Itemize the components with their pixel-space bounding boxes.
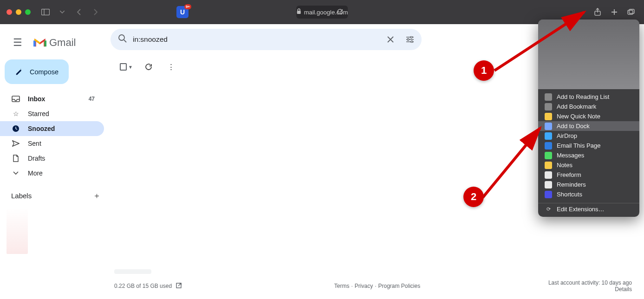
- storage-text: 0.22 GB of 15 GB used: [114, 283, 172, 289]
- address-bar[interactable]: mail.google.com: [296, 6, 348, 19]
- forward-button[interactable]: [89, 6, 102, 19]
- nav-inbox[interactable]: Inbox 47: [0, 91, 104, 106]
- nav-label: Snoozed: [28, 125, 55, 132]
- annotation-callout-2: 2: [463, 187, 484, 207]
- extension-letter: U: [180, 8, 185, 16]
- browser-right-controls: [591, 6, 637, 19]
- details-link[interactable]: Details: [615, 286, 632, 292]
- nav-label: Starred: [28, 110, 49, 117]
- svg-point-8: [119, 35, 124, 40]
- search-bar[interactable]: [111, 29, 422, 50]
- minimize-window-button[interactable]: [16, 9, 21, 15]
- maximize-window-button[interactable]: [25, 9, 31, 15]
- share-item-icon: [545, 132, 552, 140]
- nav-drafts[interactable]: Drafts: [0, 151, 104, 166]
- share-item-label: Freeform: [557, 171, 581, 178]
- pencil-icon: [15, 67, 23, 77]
- refresh-button[interactable]: [142, 60, 155, 73]
- gmail-brand-text: Gmail: [49, 37, 76, 49]
- privacy-link[interactable]: Privacy: [355, 283, 373, 289]
- nav-sent[interactable]: Sent: [0, 136, 104, 151]
- share-button[interactable]: [591, 6, 604, 19]
- inbox-count: 47: [89, 96, 95, 102]
- share-item-icon: [545, 171, 552, 179]
- share-item-new-quick-note[interactable]: New Quick Note: [538, 111, 639, 121]
- annotation-callout-1: 1: [474, 60, 494, 81]
- inbox-icon: [11, 96, 20, 102]
- star-icon: ☆: [11, 110, 20, 117]
- share-item-email-this-page[interactable]: Email This Page: [538, 141, 639, 150]
- share-preview-thumbnail: [538, 20, 639, 89]
- back-button[interactable]: [72, 6, 85, 19]
- select-all-checkbox[interactable]: ▼: [120, 60, 133, 73]
- tab-dropdown-button[interactable]: [56, 6, 69, 19]
- nav-label: Sent: [28, 140, 41, 147]
- svg-rect-0: [42, 9, 50, 15]
- nav-starred[interactable]: ☆ Starred: [0, 106, 104, 121]
- new-tab-button[interactable]: [608, 6, 621, 19]
- svg-rect-2: [297, 11, 300, 14]
- more-actions-button[interactable]: ⋮: [164, 60, 177, 73]
- compose-label: Compose: [30, 68, 59, 76]
- share-item-label: Add to Dock: [557, 123, 590, 130]
- share-item-reminders[interactable]: Reminders: [538, 180, 639, 189]
- safari-sidebar-button[interactable]: [39, 6, 52, 19]
- share-item-icon: [545, 181, 552, 188]
- labels-header: Labels ＋: [0, 181, 111, 205]
- share-item-add-to-reading-list[interactable]: Add to Reading List: [538, 92, 639, 102]
- share-item-label: Messages: [557, 152, 584, 159]
- nav-more[interactable]: More: [0, 166, 104, 181]
- share-item-notes[interactable]: Notes: [538, 160, 639, 170]
- share-menu-list: Add to Reading ListAdd BookmarkNew Quick…: [538, 89, 639, 202]
- lock-icon: [296, 8, 301, 16]
- share-item-label: Notes: [557, 162, 572, 169]
- add-label-button[interactable]: ＋: [90, 189, 103, 202]
- share-item-freeform[interactable]: Freeform: [538, 170, 639, 180]
- activity-text: Last account activity: 10 days ago: [548, 280, 632, 286]
- compose-button[interactable]: Compose: [5, 59, 69, 84]
- tab-overview-button[interactable]: [624, 6, 637, 19]
- gmail-logo[interactable]: Gmail: [33, 37, 76, 49]
- gmail-sidebar: ☰ Gmail Compose Inbox 47: [0, 24, 111, 299]
- edit-extensions-icon: ⟳: [545, 206, 552, 213]
- share-item-add-bookmark[interactable]: Add Bookmark: [538, 102, 639, 111]
- policies-link[interactable]: Program Policies: [378, 283, 421, 289]
- nav-snoozed[interactable]: Snoozed: [0, 121, 104, 136]
- labels-title: Labels: [11, 192, 32, 200]
- safari-share-menu: Add to Reading ListAdd BookmarkNew Quick…: [538, 20, 639, 217]
- share-item-label: Shortcuts: [557, 191, 582, 198]
- share-item-icon: [545, 142, 552, 150]
- hamburger-menu-button[interactable]: ☰: [7, 32, 28, 53]
- share-item-add-to-dock[interactable]: Add to Dock: [538, 121, 639, 131]
- clock-icon: [11, 125, 20, 132]
- edit-extensions-item[interactable]: ⟳ Edit Extensions…: [538, 204, 639, 214]
- svg-point-11: [411, 41, 413, 43]
- gmail-logo-icon: [33, 38, 46, 48]
- share-item-shortcuts[interactable]: Shortcuts: [538, 189, 639, 199]
- chevron-down-icon: [11, 171, 20, 175]
- window-traffic-lights: [7, 9, 31, 15]
- share-item-icon: [545, 113, 552, 120]
- clear-search-button[interactable]: [384, 32, 397, 46]
- share-item-icon: [545, 191, 552, 198]
- gmail-footer: 0.22 GB of 15 GB used Terms · Privacy · …: [111, 275, 644, 299]
- share-item-label: Email This Page: [557, 142, 600, 149]
- horizontal-scrollbar[interactable]: [114, 269, 151, 274]
- folder-nav: Inbox 47 ☆ Starred Snoozed Sent Drafts: [0, 91, 111, 181]
- share-item-messages[interactable]: Messages: [538, 150, 639, 160]
- label-thumbnail[interactable]: [7, 208, 28, 254]
- external-link-icon[interactable]: [176, 282, 182, 290]
- share-item-airdrop[interactable]: AirDrop: [538, 131, 639, 141]
- search-icon: [118, 34, 127, 45]
- close-window-button[interactable]: [7, 9, 12, 15]
- share-item-icon: [545, 152, 552, 159]
- nav-label: Drafts: [28, 155, 45, 162]
- search-options-button[interactable]: [403, 32, 417, 46]
- terms-link[interactable]: Terms: [334, 283, 350, 289]
- share-item-label: Add Bookmark: [557, 103, 596, 110]
- extension-badge[interactable]: U: [176, 6, 189, 18]
- search-input[interactable]: [133, 35, 378, 44]
- reload-icon[interactable]: [337, 8, 343, 16]
- file-icon: [11, 155, 20, 162]
- nav-label: More: [28, 169, 43, 177]
